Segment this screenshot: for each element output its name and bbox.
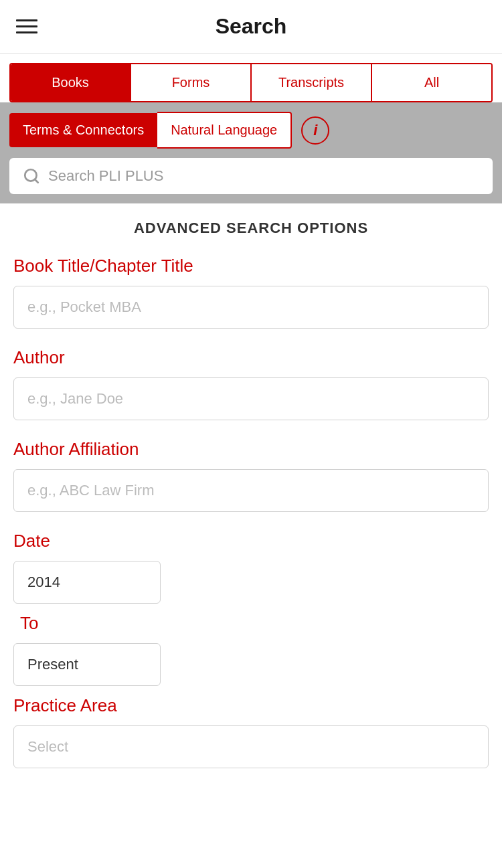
advanced-search-title: ADVANCED SEARCH OPTIONS bbox=[13, 220, 489, 237]
tab-books[interactable]: Books bbox=[11, 64, 131, 101]
book-title-label: Book Title/Chapter Title bbox=[13, 256, 489, 276]
author-input[interactable] bbox=[13, 377, 489, 420]
tab-transcripts[interactable]: Transcripts bbox=[252, 64, 372, 101]
author-affiliation-label: Author Affiliation bbox=[13, 439, 489, 460]
hamburger-button[interactable] bbox=[13, 17, 40, 36]
search-input[interactable] bbox=[48, 167, 479, 185]
natural-language-button[interactable]: Natural Language bbox=[157, 112, 292, 149]
date-to-input[interactable] bbox=[13, 643, 161, 686]
tab-forms[interactable]: Forms bbox=[131, 64, 252, 101]
book-title-input[interactable] bbox=[13, 286, 489, 329]
search-input-wrapper bbox=[9, 158, 493, 194]
page-title: Search bbox=[216, 14, 287, 39]
tab-bar: Books Forms Transcripts All bbox=[9, 63, 493, 102]
date-section: Date To bbox=[13, 531, 489, 686]
search-type-row: Terms & Connectors Natural Language i bbox=[9, 112, 493, 149]
author-label: Author bbox=[13, 347, 489, 368]
tab-all[interactable]: All bbox=[372, 64, 491, 101]
search-type-section: Terms & Connectors Natural Language i bbox=[0, 102, 502, 203]
date-from-input[interactable] bbox=[13, 561, 161, 604]
practice-area-label: Practice Area bbox=[13, 695, 489, 716]
info-icon: i bbox=[313, 122, 317, 139]
svg-line-1 bbox=[35, 179, 38, 183]
info-button[interactable]: i bbox=[301, 116, 329, 145]
terms-connectors-button[interactable]: Terms & Connectors bbox=[9, 113, 157, 147]
practice-area-input[interactable] bbox=[13, 725, 489, 768]
main-content: ADVANCED SEARCH OPTIONS Book Title/Chapt… bbox=[0, 203, 502, 803]
author-affiliation-input[interactable] bbox=[13, 469, 489, 512]
date-label: Date bbox=[13, 531, 489, 551]
header: Search bbox=[0, 0, 502, 54]
to-label: To bbox=[20, 613, 489, 634]
search-icon bbox=[23, 167, 40, 185]
